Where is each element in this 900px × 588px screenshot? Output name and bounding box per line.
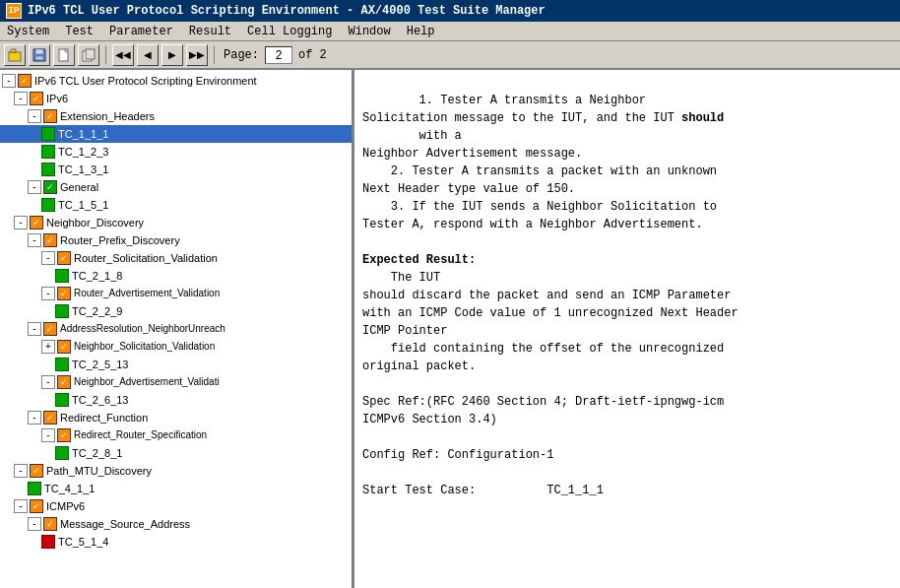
msa-expand-icon[interactable]: - <box>28 517 41 531</box>
general-check-icon: ✓ <box>43 180 57 194</box>
tc-1-1-1-label: TC_1_1_1 <box>58 126 108 142</box>
msa-label: Message_Source_Address <box>60 516 190 532</box>
tc-2-1-8-label: TC_2_1_8 <box>72 268 122 284</box>
tree-item-ipv6[interactable]: - ✓ IPv6 <box>0 90 352 107</box>
root-check-icon: ✓ <box>18 74 32 88</box>
nav-label: Neighbor_Advertisement_Validati <box>74 374 220 390</box>
tree-item-tc-1-3-1[interactable]: TC_1_3_1 <box>0 161 352 178</box>
ar-check-icon: ✓ <box>43 322 57 336</box>
menu-help[interactable]: Help <box>404 25 438 38</box>
rpd-expand-icon[interactable]: - <box>28 233 41 247</box>
tree-item-nav[interactable]: - ✓ Neighbor_Advertisement_Validati <box>0 373 352 391</box>
tree-item-tc-2-1-8[interactable]: TC_2_1_8 <box>0 267 352 285</box>
svg-rect-8 <box>86 49 95 59</box>
nd-check-icon: ✓ <box>30 216 43 229</box>
ipv6-check-icon: ✓ <box>30 92 43 105</box>
pmd-check-icon: ✓ <box>30 464 43 478</box>
tree-item-tc-1-5-1[interactable]: TC_1_5_1 <box>0 196 352 214</box>
tree-item-router-prefix[interactable]: - ✓ Router_Prefix_Discovery <box>0 231 352 249</box>
tree-item-tc-1-1-1[interactable]: TC_1_1_1 <box>0 125 352 143</box>
menu-test[interactable]: Test <box>62 25 96 38</box>
ar-expand-icon[interactable]: - <box>28 322 41 336</box>
nsv-check-icon: ✓ <box>57 340 71 354</box>
toolbar-separator-2 <box>214 46 215 64</box>
tc-1-1-1-file-icon <box>41 127 55 141</box>
ipv6-label: IPv6 <box>46 91 68 106</box>
menu-parameter[interactable]: Parameter <box>106 25 176 38</box>
title-bar: IP IPv6 TCL User Protocol Scripting Envi… <box>0 0 900 22</box>
pmd-expand-icon[interactable]: - <box>14 464 28 478</box>
tc-2-5-13-file-icon <box>55 358 69 371</box>
tree-item-tc-2-6-13[interactable]: TC_2_6_13 <box>0 391 352 409</box>
rsv-expand-icon[interactable]: - <box>41 251 55 265</box>
tc-2-8-1-label: TC_2_8_1 <box>72 445 122 461</box>
tree-item-redirect[interactable]: - ✓ Redirect_Function <box>0 409 352 426</box>
rav-label: Router_Advertisement_Validation <box>74 286 220 301</box>
rf-expand-icon[interactable]: - <box>28 411 41 425</box>
page-input[interactable]: 2 <box>265 46 292 64</box>
tree-item-nsv[interactable]: + ✓ Neighbor_Solicitation_Validation <box>0 338 352 356</box>
save-button[interactable] <box>29 44 50 66</box>
next-button[interactable]: ▶ <box>161 44 183 66</box>
text-content: 1. Tester A transmits a Neighbor Solicit… <box>362 94 739 497</box>
nsv-expand-icon[interactable]: + <box>41 340 55 354</box>
root-expand-icon[interactable]: - <box>2 74 16 88</box>
page-label: Page: <box>224 48 259 62</box>
ar-label: AddressResolution_NeighborUnreach <box>60 321 225 337</box>
rrs-expand-icon[interactable]: - <box>41 428 55 442</box>
tree-item-neighbor-discovery[interactable]: - ✓ Neighbor_Discovery <box>0 214 352 231</box>
tree-item-router-adv-validation[interactable]: - ✓ Router_Advertisement_Validation <box>0 285 352 302</box>
copy-button[interactable] <box>78 44 99 66</box>
svg-rect-3 <box>35 49 43 54</box>
menu-result[interactable]: Result <box>186 25 234 38</box>
icmpv6-check-icon: ✓ <box>30 499 43 513</box>
tree-item-icmpv6[interactable]: - ✓ ICMPv6 <box>0 497 352 515</box>
menu-cell-logging[interactable]: Cell Logging <box>244 25 335 38</box>
icmpv6-expand-icon[interactable]: - <box>14 499 28 513</box>
tree-item-tc-2-2-9[interactable]: TC_2_2_9 <box>0 302 352 320</box>
root-label: IPv6 TCL User Protocol Scripting Environ… <box>34 73 257 89</box>
new-button[interactable] <box>53 44 75 66</box>
tc-1-2-3-label: TC_1_2_3 <box>58 144 108 160</box>
tree-item-message-source-address[interactable]: - ✓ Message_Source_Address <box>0 515 352 533</box>
tree-root[interactable]: - ✓ IPv6 TCL User Protocol Scripting Env… <box>0 72 352 90</box>
nav-expand-icon[interactable]: - <box>41 375 55 389</box>
app-icon: IP <box>6 3 22 19</box>
tree-item-path-mtu[interactable]: - ✓ Path_MTU_Discovery <box>0 462 352 480</box>
tree-item-tc-1-2-3[interactable]: TC_1_2_3 <box>0 143 352 161</box>
toolbar: ◀◀ ◀ ▶ ▶▶ Page: 2 of 2 <box>0 41 900 69</box>
tree-panel[interactable]: - ✓ IPv6 TCL User Protocol Scripting Env… <box>0 70 354 588</box>
tree-item-router-sol-validation[interactable]: - ✓ Router_Solicitation_Validation <box>0 249 352 267</box>
general-label: General <box>60 179 98 195</box>
svg-marker-1 <box>9 49 16 52</box>
tree-item-tc-2-8-1[interactable]: TC_2_8_1 <box>0 444 352 462</box>
nd-label: Neighbor_Discovery <box>46 215 144 230</box>
icmpv6-label: ICMPv6 <box>46 498 85 514</box>
tree-item-tc-2-5-13[interactable]: TC_2_5_13 <box>0 356 352 373</box>
tree-item-tc-5-1-4[interactable]: TC_5_1_4 <box>0 533 352 551</box>
tree-item-tc-4-1-1[interactable]: TC_4_1_1 <box>0 480 352 497</box>
rav-expand-icon[interactable]: - <box>41 287 55 300</box>
ipv6-expand-icon[interactable]: - <box>14 92 28 105</box>
rewind-button[interactable]: ◀◀ <box>112 44 134 66</box>
tree-item-extension-headers[interactable]: - ✓ Extension_Headers <box>0 107 352 125</box>
rrs-check-icon: ✓ <box>57 428 71 442</box>
msa-check-icon: ✓ <box>43 517 57 531</box>
tree-item-redirect-router-spec[interactable]: - ✓ Redirect_Router_Specification <box>0 426 352 444</box>
general-expand-icon[interactable]: - <box>28 180 41 194</box>
fast-forward-button[interactable]: ▶▶ <box>186 44 208 66</box>
nd-expand-icon[interactable]: - <box>14 216 28 229</box>
rav-check-icon: ✓ <box>57 287 71 300</box>
tc-2-6-13-label: TC_2_6_13 <box>72 392 129 408</box>
menu-window[interactable]: Window <box>345 25 393 38</box>
ext-headers-expand-icon[interactable]: - <box>28 109 41 123</box>
tc-2-5-13-label: TC_2_5_13 <box>72 357 129 372</box>
tree-item-general[interactable]: - ✓ General <box>0 178 352 196</box>
tc-1-2-3-file-icon <box>41 145 55 159</box>
pmd-label: Path_MTU_Discovery <box>46 463 152 479</box>
main-content: - ✓ IPv6 TCL User Protocol Scripting Env… <box>0 69 900 588</box>
tree-item-address-resolution[interactable]: - ✓ AddressResolution_NeighborUnreach <box>0 320 352 338</box>
open-button[interactable] <box>4 44 26 66</box>
prev-button[interactable]: ◀ <box>137 44 159 66</box>
menu-system[interactable]: System <box>4 25 52 38</box>
